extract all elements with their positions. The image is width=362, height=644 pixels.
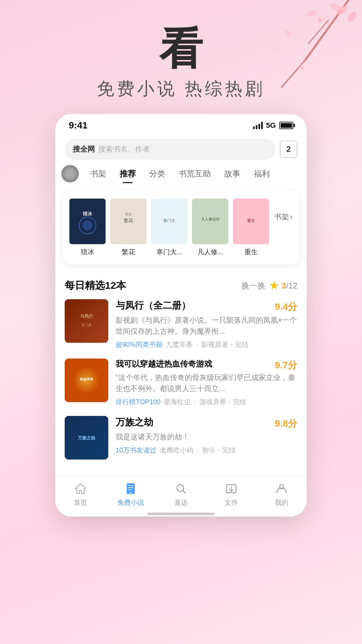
book-item-2[interactable]: 繁花 繁花 繁花 <box>110 199 146 257</box>
nav-home[interactable]: 首页 <box>64 481 97 507</box>
page-indicator: 3/12 <box>282 281 297 290</box>
bookshelf-link[interactable]: 书架 › <box>274 199 293 222</box>
book-list-meta-2: 排行榜TOP100 星海红尘 · 游戏异界・完结 <box>116 397 297 407</box>
book-item-1[interactable]: 猎冰 猎冰 <box>69 199 106 257</box>
book-item-5[interactable]: 重生 重生 <box>233 199 269 257</box>
book-list-title-3: 万族之劫 <box>116 416 153 429</box>
search-placeholder: 搜索书名、作者 <box>98 144 150 154</box>
title-score-row-3: 万族之劫 9.8分 <box>116 416 297 431</box>
book-list-meta-1: 超90%同类书籍 九鹭非香 · 影视原著・完结 <box>116 340 297 349</box>
book-list-score-3: 9.8分 <box>275 417 297 430</box>
svg-point-17 <box>82 220 93 230</box>
signal-icon <box>253 122 263 129</box>
book-item-3[interactable]: 寒门大 寒门大... <box>151 199 187 257</box>
svg-text:tU: tU <box>129 491 132 494</box>
nav-free-novel[interactable]: tU 免费小说 <box>114 481 147 507</box>
book-cover-4: 凡人修仙传 <box>192 199 228 244</box>
book-list-desc-2: "这个年代，热血传奇的骨灰级玩家们早已成家立业，秦生也不例外。都说男人三十而立.… <box>116 372 297 394</box>
book-tag-1: 超90%同类书籍 <box>116 340 163 349</box>
book-list-desc-1: 影视剧《与凤行》原著小说。一只陨落凡间的凤凰×一个世间仅存的上古神。身为魔界衔.… <box>116 315 297 337</box>
tab-welfare[interactable]: 福利 <box>247 164 277 183</box>
book-meta-2: 游戏异界・完结 <box>199 397 246 407</box>
book-list-item-1[interactable]: 与凤行 全二册 与凤行（全二册） 9.4分 影视剧《与凤行》原著小说。一只陨落凡… <box>65 299 297 349</box>
mine-icon <box>274 481 289 496</box>
section-title: 每日精选12本 <box>65 279 126 292</box>
tab-shelf[interactable]: 书架 <box>83 164 113 183</box>
book-cover-3: 寒门大 <box>151 199 187 244</box>
nav-free-novel-label: 免费小说 <box>117 498 144 507</box>
network-type: 5G <box>266 121 276 130</box>
section-refresh[interactable]: 换一换 3/12 <box>241 280 297 291</box>
book-list-cover-2: 热血传奇 <box>65 359 108 402</box>
bottom-nav: 首页 tU 免费小说 直达 <box>55 476 307 510</box>
page-total: 12 <box>288 281 297 290</box>
search-badge[interactable]: 2 <box>280 141 297 158</box>
book-list-desc-3: 我是这诸天万族的劫！ <box>116 431 297 442</box>
book-list-info-2: 我可以穿越进热血传奇游戏 9.7分 "这个年代，热血传奇的骨灰级玩家们早已成家立… <box>116 359 297 407</box>
search-bar[interactable]: 搜全网 搜索书名、作者 <box>65 139 275 160</box>
svg-text:与凤行: 与凤行 <box>80 314 94 319</box>
book-list-cover-3: 万族之劫 <box>65 416 108 460</box>
direct-icon <box>174 481 188 496</box>
book-tag-3: 10万书友读过 <box>116 446 157 455</box>
nav-mine[interactable]: 我的 <box>265 481 298 507</box>
nav-files-label: 文件 <box>225 498 238 507</box>
book-meta-3: 智斗・完结 <box>202 446 236 455</box>
bookshelf-books: 猎冰 猎冰 繁花 繁花 繁花 <box>69 199 293 257</box>
tab-recommend[interactable]: 推荐 <box>113 164 142 183</box>
bookshelf-card: 猎冰 猎冰 繁花 繁花 繁花 <box>63 191 299 265</box>
book-cover-1: 猎冰 <box>69 199 106 244</box>
book-list-item-2[interactable]: 热血传奇 我可以穿越进热血传奇游戏 9.7分 "这个年代，热血传奇的骨灰级玩家们… <box>65 359 297 407</box>
files-icon <box>224 481 239 496</box>
book-list-info-3: 万族之劫 9.8分 我是这诸天万族的劫！ 10万书友读过 老鹰吃小鸡 · 智斗・… <box>116 416 297 455</box>
book-list-title-2: 我可以穿越进热血传奇游戏 <box>116 359 212 369</box>
battery-icon <box>279 122 293 129</box>
app-title-kanji: 看 <box>0 27 362 70</box>
tab-story[interactable]: 故事 <box>218 164 247 183</box>
book-dot-2: · <box>194 398 196 406</box>
svg-text:全二册: 全二册 <box>81 323 92 327</box>
svg-line-43 <box>183 491 186 493</box>
nav-direct[interactable]: 直达 <box>164 481 198 507</box>
svg-text:重生: 重生 <box>247 218 255 223</box>
nav-home-label: 首页 <box>74 498 87 507</box>
free-novel-icon: tU <box>123 481 138 496</box>
svg-rect-39 <box>128 487 133 488</box>
svg-text:猎冰: 猎冰 <box>82 211 93 216</box>
svg-rect-28 <box>65 299 108 343</box>
svg-text:万族之劫: 万族之劫 <box>77 435 95 440</box>
book-list-meta-3: 10万书友读过 老鹰吃小鸡 · 智斗・完结 <box>116 446 297 455</box>
section-header: 每日精选12本 换一换 3/12 <box>65 279 297 292</box>
nav-direct-label: 直达 <box>174 498 188 507</box>
book-list-score-2: 9.7分 <box>275 359 297 372</box>
svg-point-42 <box>177 485 184 491</box>
book-list-cover-1: 与凤行 全二册 <box>65 299 108 343</box>
search-container: 搜全网 搜索书名、作者 2 <box>55 134 307 163</box>
phone-mockup: 9:41 5G 搜全网 搜索书名、作者 2 书架 推荐 分类 书 <box>55 114 307 517</box>
status-icons: 5G <box>253 121 293 130</box>
book-list-item-3[interactable]: 万族之劫 万族之劫 9.8分 我是这诸天万族的劫！ 10万书友读过 老鹰吃小鸡 … <box>65 416 297 460</box>
refresh-label: 换一换 <box>241 280 265 291</box>
svg-text:寒门大: 寒门大 <box>163 218 175 223</box>
book-title-1: 猎冰 <box>81 248 94 257</box>
book-title-3: 寒门大... <box>157 248 182 257</box>
nav-files[interactable]: 文件 <box>215 481 248 507</box>
status-time: 9:41 <box>69 120 87 131</box>
home-indicator <box>147 513 215 515</box>
book-title-2: 繁花 <box>122 248 135 257</box>
svg-text:热血传奇: 热血传奇 <box>79 377 94 381</box>
title-score-row-1: 与凤行（全二册） 9.4分 <box>116 299 297 315</box>
search-label: 搜全网 <box>73 144 95 154</box>
app-header: 看 免费小说 热综热剧 <box>0 0 362 114</box>
book-item-4[interactable]: 凡人修仙传 凡人修... <box>192 199 228 257</box>
book-author-1: 九鹭非香 <box>166 340 193 349</box>
tab-famine[interactable]: 书荒互助 <box>172 164 218 183</box>
bookshelf-arrow: › <box>290 213 293 221</box>
user-avatar[interactable] <box>61 165 79 182</box>
tab-category[interactable]: 分类 <box>142 164 172 183</box>
book-author-2: 星海红尘 <box>164 397 191 407</box>
book-cover-2: 繁花 繁花 <box>110 199 146 244</box>
nav-tabs: 书架 推荐 分类 书荒互助 故事 福利 <box>55 163 307 183</box>
title-score-row-2: 我可以穿越进热血传奇游戏 9.7分 <box>116 359 297 372</box>
status-bar: 9:41 5G <box>55 114 307 134</box>
